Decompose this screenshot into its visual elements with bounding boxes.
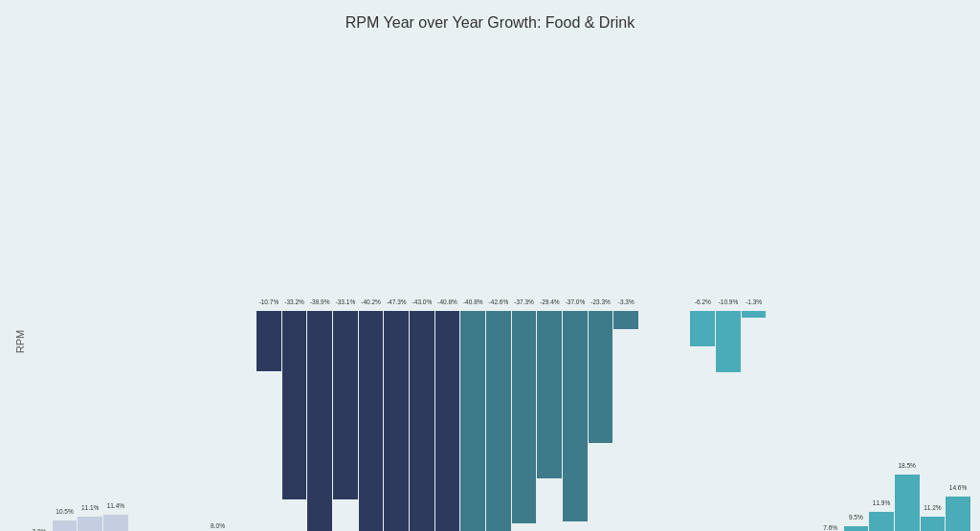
bar-value-label: -38.9% <box>310 299 330 305</box>
y-axis-label: RPM <box>10 41 27 531</box>
bar-value-label: -23.3% <box>590 299 611 305</box>
bars-wrapper: 7.0%10.5%11.1%11.4%3.1%3.6%4.6%8.0%0.3%-… <box>27 41 970 531</box>
chart-container: RPM Year over Year Growth: Food & Drink … <box>0 0 980 531</box>
bar-group: 2.8% <box>792 41 817 531</box>
bar-value-label: -10.7% <box>259 299 279 305</box>
bar: -38.9% <box>307 311 332 531</box>
bar-group: 10.5% <box>53 41 78 531</box>
bar: -40.8% <box>460 311 485 531</box>
bar-group: 14.6% <box>946 41 970 531</box>
bar: 18.5% <box>895 475 920 531</box>
bar-value-label: 14.6% <box>949 484 967 491</box>
bar-group: 3.6% <box>154 41 179 531</box>
bar-value-label: -33.1% <box>336 299 356 305</box>
bar: -37.3% <box>512 311 537 523</box>
bar-group: -33.2% <box>282 41 307 531</box>
bar-group: -40.2% <box>359 41 384 531</box>
bar: -43.0% <box>410 311 434 531</box>
bar-group: 11.1% <box>78 41 102 531</box>
bar-value-label: 7.6% <box>823 524 837 531</box>
bar-group: 5.0% <box>767 41 791 531</box>
bar: -3.3% <box>613 311 638 330</box>
bar-group: 3.1% <box>129 41 154 531</box>
bar-group: 11.4% <box>103 41 128 531</box>
bar-group: 8.0% <box>206 41 231 531</box>
bar-value-label: 11.9% <box>873 499 890 506</box>
bar: 11.2% <box>921 517 946 531</box>
bar: -1.3% <box>742 311 767 319</box>
bar-group: 9.5% <box>844 41 869 531</box>
bar-group: -37.3% <box>512 41 537 531</box>
bar-value-label: -40.8% <box>437 299 457 305</box>
bar: -10.9% <box>716 311 741 373</box>
bar-value-label: -29.4% <box>540 299 560 305</box>
bar-group: 7.6% <box>818 41 843 531</box>
bar-group: -38.9% <box>307 41 332 531</box>
bar-value-label: -1.3% <box>746 299 762 305</box>
bar-group: 11.9% <box>869 41 894 531</box>
bar-value-label: -37.3% <box>514 299 534 305</box>
bar-value-label: 7.0% <box>32 528 46 531</box>
bar: 11.9% <box>869 512 894 531</box>
bar-group: 4.9% <box>639 41 664 531</box>
bar-group: 4.6% <box>180 41 205 531</box>
bar-group: -29.4% <box>537 41 562 531</box>
bar-value-label: -10.9% <box>719 299 739 305</box>
bar-group: 11.2% <box>921 41 946 531</box>
bar-group: 0.3% <box>231 41 256 531</box>
bar-value-label: -47.3% <box>387 299 407 305</box>
bar: -37.0% <box>563 311 588 521</box>
bar-value-label: -42.6% <box>489 299 509 305</box>
bar-value-label: -6.2% <box>695 299 711 305</box>
bar-value-label: 18.5% <box>898 462 915 469</box>
bar-group: -1.3% <box>742 41 767 531</box>
bar-value-label: 10.5% <box>56 508 73 515</box>
bar: -23.3% <box>589 311 613 444</box>
bar-value-label: -37.0% <box>566 299 586 305</box>
bar-group: 7.0% <box>27 41 52 531</box>
bar-value-label: 9.5% <box>849 514 863 520</box>
bar-group: -42.6% <box>486 41 511 531</box>
bar-group: -10.7% <box>256 41 281 531</box>
bar-value-label: -40.2% <box>361 299 381 305</box>
bar: -40.8% <box>435 311 460 531</box>
bar: -10.7% <box>256 311 281 372</box>
bar-value-label: 11.4% <box>107 502 124 509</box>
bar-group: -40.8% <box>460 41 485 531</box>
bar: -40.2% <box>359 311 384 531</box>
chart-area: RPM 7.0%10.5%11.1%11.4%3.1%3.6%4.6%8.0%0… <box>10 41 970 531</box>
bar-group: -23.3% <box>589 41 613 531</box>
bar-group: 6.4% <box>665 41 690 531</box>
bar-value-label: -3.3% <box>618 299 635 305</box>
bar-group: 18.5% <box>895 41 920 531</box>
bar-value-label: -33.2% <box>284 299 304 305</box>
bar: 11.4% <box>103 515 128 531</box>
bar-group: -43.0% <box>410 41 434 531</box>
chart-inner: 7.0%10.5%11.1%11.4%3.1%3.6%4.6%8.0%0.3%-… <box>27 41 970 531</box>
bar-value-label: -43.0% <box>412 299 433 305</box>
bar-group: -40.8% <box>435 41 460 531</box>
bar-group: -6.2% <box>690 41 715 531</box>
bar: 11.1% <box>78 517 102 531</box>
bar-value-label: 11.2% <box>924 504 941 511</box>
bar: -33.2% <box>282 311 307 500</box>
bar-group: -47.3% <box>384 41 409 531</box>
bar-group: -10.9% <box>716 41 741 531</box>
bar-value-label: 8.0% <box>211 522 225 529</box>
bar-group: -33.1% <box>333 41 358 531</box>
bar-group: -37.0% <box>563 41 588 531</box>
chart-title: RPM Year over Year Growth: Food & Drink <box>10 14 970 32</box>
bars-area: 7.0%10.5%11.1%11.4%3.1%3.6%4.6%8.0%0.3%-… <box>27 41 970 531</box>
bar: -42.6% <box>486 311 511 531</box>
bar: -33.1% <box>333 311 358 499</box>
bar: 10.5% <box>53 520 78 531</box>
bar: 9.5% <box>844 526 869 531</box>
bar-value-label: -40.8% <box>463 299 483 305</box>
bar-group: -3.3% <box>613 41 638 531</box>
bar: -6.2% <box>690 311 715 346</box>
bar: -47.3% <box>384 311 409 531</box>
bar: 14.6% <box>946 497 970 531</box>
bar: -29.4% <box>537 311 562 478</box>
bar-value-label: 11.1% <box>81 504 99 511</box>
